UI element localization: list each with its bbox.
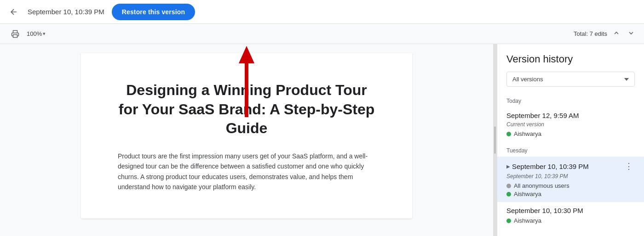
user-dot-green: [506, 132, 511, 136]
scrollbar-thumb: [494, 126, 496, 154]
user-name-aish: Aishwarya: [514, 191, 541, 197]
zoom-control[interactable]: 100% ▾: [27, 30, 46, 37]
scrollbar: [493, 44, 497, 236]
nav-down-button[interactable]: [626, 28, 637, 40]
version-user: Aishwarya: [506, 130, 635, 137]
group-label-today: Today: [497, 92, 644, 107]
user-name-aish-2: Aishwarya: [514, 217, 541, 224]
version-user-aish: Aishwarya: [506, 191, 635, 197]
user-name-anon: All anonymous users: [514, 182, 569, 189]
back-button[interactable]: [7, 6, 20, 18]
sidebar-title: Version history: [506, 53, 635, 65]
document-area: Designing a Winning Product Tour for You…: [0, 44, 493, 236]
zoom-dropdown-icon: ▾: [43, 31, 46, 37]
version-date-sep10-1039: ▶ September 10, 10:39 PM: [506, 163, 589, 170]
version-date-title: September 10, 10:39 PM: [28, 8, 104, 16]
version-sub-sep12: Current version: [506, 121, 635, 128]
version-more-button[interactable]: ⋮: [623, 161, 635, 171]
version-sub-sep10-1039: September 10, 10:39 PM: [506, 173, 635, 180]
user-dot-gray: [506, 184, 511, 188]
version-item-header-1030: September 10, 10:30 PM: [506, 207, 635, 214]
group-label-tuesday: Tuesday: [497, 142, 644, 157]
version-item-sep10-1030[interactable]: September 10, 10:30 PM Aishwarya: [497, 202, 644, 229]
user-name: Aishwarya: [514, 130, 541, 137]
version-date-sep12: September 12, 9:59 AM: [506, 112, 579, 119]
expand-triangle-icon: ▶: [506, 164, 510, 169]
edits-info: Total: 7 edits: [574, 28, 637, 40]
nav-up-button[interactable]: [611, 28, 622, 40]
document-page: Designing a Winning Product Tour for You…: [81, 53, 412, 219]
version-item-sep12[interactable]: September 12, 9:59 AM Current version Ai…: [497, 107, 644, 142]
document-title: Designing a Winning Product Tour for You…: [118, 81, 375, 138]
edits-label: Total: 7 edits: [574, 30, 607, 37]
document-body: Product tours are the first impression m…: [118, 151, 375, 192]
version-item-sep10-1039[interactable]: ▶ September 10, 10:39 PM ⋮ September 10,…: [497, 157, 644, 202]
version-date-sep10-1030: September 10, 10:30 PM: [506, 207, 583, 214]
main-content: Designing a Winning Product Tour for You…: [0, 44, 644, 236]
user-dot-green-3: [506, 219, 511, 223]
sidebar-header: Version history All versions Named versi…: [497, 44, 644, 92]
version-filter-select[interactable]: All versions Named versions: [506, 72, 635, 87]
svg-rect-0: [13, 34, 17, 37]
restore-version-button[interactable]: Restore this version: [112, 4, 195, 20]
version-history-sidebar: Version history All versions Named versi…: [497, 44, 644, 236]
version-item-header-active: ▶ September 10, 10:39 PM ⋮: [506, 161, 635, 171]
version-users-sep10-1039: All anonymous users Aishwarya: [506, 182, 635, 197]
user-dot-green-2: [506, 192, 511, 197]
version-user-aish-2: Aishwarya: [506, 217, 635, 224]
version-item-header: September 12, 9:59 AM: [506, 112, 635, 119]
print-button[interactable]: [7, 28, 23, 40]
secondary-toolbar: 100% ▾ Total: 7 edits: [0, 24, 644, 44]
top-bar: September 10, 10:39 PM Restore this vers…: [0, 0, 644, 24]
zoom-value: 100%: [27, 30, 42, 37]
version-users-sep10-1030: Aishwarya: [506, 217, 635, 224]
version-user-anon: All anonymous users: [506, 182, 635, 189]
version-users-sep12: Aishwarya: [506, 130, 635, 137]
